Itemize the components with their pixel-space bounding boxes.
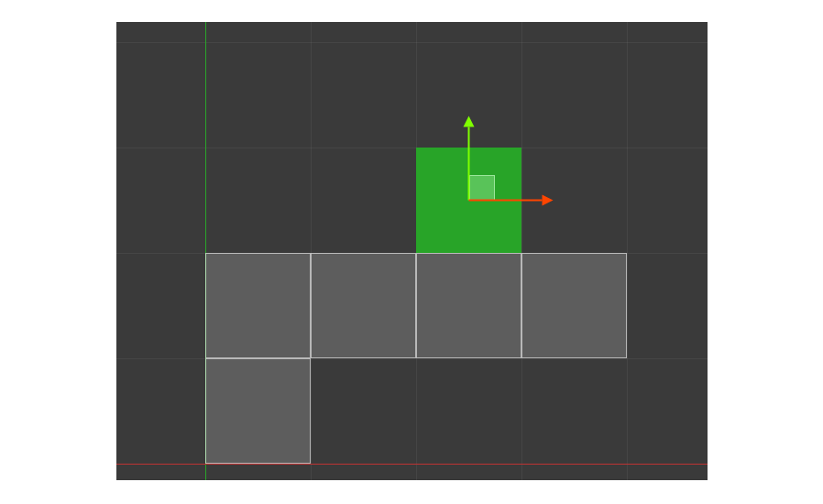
- scene-view[interactable]: [116, 22, 708, 480]
- player-sprite[interactable]: [416, 148, 521, 253]
- platform-tile[interactable]: [521, 253, 627, 358]
- x-axis-line: [116, 464, 708, 465]
- grid-line-vertical: [311, 22, 312, 480]
- platform-tile[interactable]: [416, 253, 521, 358]
- platform-tile[interactable]: [205, 253, 311, 358]
- platform-tile[interactable]: [205, 358, 311, 464]
- platform-tile[interactable]: [311, 253, 416, 358]
- grid-line-vertical: [521, 22, 522, 480]
- gizmo-center-handle[interactable]: [469, 175, 495, 201]
- arrow-right-icon[interactable]: [543, 195, 554, 206]
- grid-line-vertical: [627, 22, 628, 480]
- arrow-up-icon[interactable]: [464, 116, 475, 127]
